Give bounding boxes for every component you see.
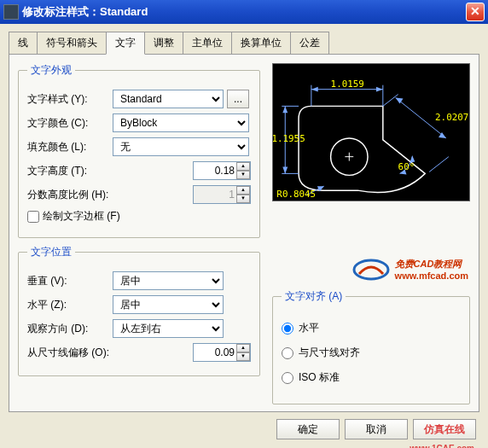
text-color-select[interactable]: ByBlock — [113, 113, 249, 132]
tab-tolerance[interactable]: 公差 — [290, 32, 329, 55]
align-legend: 文字对齐 (A) — [282, 289, 346, 304]
tab-strip: 线 符号和箭头 文字 调整 主单位 换算单位 公差 — [9, 31, 479, 54]
svg-marker-10 — [282, 166, 288, 173]
tab-primary-units[interactable]: 主单位 — [183, 32, 232, 55]
dim-label: 2.0207 — [435, 112, 468, 123]
title-bar: 修改标注样式：Standard ✕ — [0, 0, 488, 24]
style-label: 文字样式 (Y): — [27, 92, 113, 107]
offset-spinner[interactable]: ▲▼ — [193, 343, 251, 362]
svg-point-22 — [354, 260, 388, 279]
spinner-up-icon[interactable]: ▲ — [236, 162, 250, 171]
tab-lines[interactable]: 线 — [9, 32, 38, 55]
cancel-button[interactable]: 取消 — [345, 419, 408, 439]
text-position-group: 文字位置 垂直 (V): 居中 水平 (Z): 居中 观察方向 (D): 从左到… — [18, 245, 260, 376]
dim-label: 1.0159 — [331, 79, 364, 90]
tab-fit[interactable]: 调整 — [144, 32, 183, 55]
align-opt1: 水平 — [299, 321, 319, 335]
view-direction-select[interactable]: 从左到右 — [113, 319, 224, 338]
frame-label: 绘制文字边框 (F) — [43, 209, 128, 224]
spinner-down-icon[interactable]: ▼ — [236, 171, 250, 179]
svg-marker-4 — [311, 87, 318, 92]
dim-label: 60° — [398, 161, 415, 172]
text-appearance-group: 文字外观 文字样式 (Y): Standard ... 文字颜色 (C): By… — [18, 63, 260, 238]
fraction-height-spinner: ▲▼ — [193, 185, 251, 204]
horizontal-label: 水平 (Z): — [27, 298, 113, 312]
dim-label: R0.8045 — [276, 189, 316, 200]
spinner-down-icon: ▼ — [236, 195, 250, 203]
watermark-url: www.mfcad.com — [395, 271, 468, 281]
preview-panel: 1.0159 1.1955 2.0207 60° R0.8045 — [272, 63, 470, 201]
tab-panel: 文字外观 文字样式 (Y): Standard ... 文字颜色 (C): By… — [9, 54, 479, 412]
vertical-select[interactable]: 居中 — [113, 271, 224, 290]
align-iso-radio[interactable] — [282, 372, 293, 384]
align-opt3: ISO 标准 — [299, 370, 340, 385]
close-button[interactable]: ✕ — [466, 3, 485, 21]
ok-button[interactable]: 确定 — [276, 419, 340, 439]
draw-frame-checkbox[interactable] — [27, 211, 39, 223]
align-dimline-radio[interactable] — [282, 347, 293, 359]
appearance-legend: 文字外观 — [27, 63, 75, 78]
height-label: 文字高度 (T): — [27, 164, 113, 178]
svg-line-16 — [383, 95, 398, 107]
fraction-label: 分数高度比例 (H): — [27, 188, 121, 202]
svg-marker-5 — [376, 87, 383, 92]
content-area: 线 符号和箭头 文字 调整 主单位 换算单位 公差 文字外观 文字样式 (Y):… — [0, 24, 488, 419]
watermark: 免费CAD教程网 www.mfcad.com — [352, 258, 468, 281]
position-legend: 文字位置 — [27, 245, 75, 259]
watermark-logo-icon — [352, 259, 390, 281]
spinner-up-icon[interactable]: ▲ — [236, 344, 250, 352]
vertical-label: 垂直 (V): — [27, 274, 113, 288]
text-align-group: 文字对齐 (A) 水平 与尺寸线对齐 ISO 标准 — [272, 289, 470, 404]
tab-symbols[interactable]: 符号和箭头 — [37, 32, 107, 55]
dim-label: 1.1955 — [273, 133, 305, 144]
watermark-text: 免费CAD教程网 — [395, 258, 468, 271]
svg-line-17 — [429, 157, 449, 172]
offset-label: 从尺寸线偏移 (O): — [27, 346, 121, 360]
tab-alt-units[interactable]: 换算单位 — [231, 32, 291, 55]
spinner-up-icon: ▲ — [236, 186, 250, 195]
spinner-down-icon[interactable]: ▼ — [236, 352, 250, 361]
help-button[interactable]: 仿真在线 — [413, 419, 476, 439]
text-height-spinner[interactable]: ▲▼ — [193, 161, 251, 180]
window-title: 修改标注样式：Standard — [22, 4, 466, 20]
svg-marker-9 — [282, 106, 288, 113]
text-style-select[interactable]: Standard — [113, 90, 224, 108]
fill-label: 填充颜色 (L): — [27, 140, 113, 154]
tab-text[interactable]: 文字 — [106, 32, 145, 55]
view-label: 观察方向 (D): — [27, 322, 113, 336]
horizontal-select[interactable]: 居中 — [113, 295, 224, 314]
fill-color-select[interactable]: 无 — [113, 137, 249, 156]
dialog-footer: 确定 取消 仿真在线 — [276, 419, 476, 439]
bottom-watermark-url: www.1CAE.com — [410, 444, 474, 448]
color-label: 文字颜色 (C): — [27, 116, 113, 131]
align-horizontal-radio[interactable] — [282, 323, 293, 335]
style-browse-button[interactable]: ... — [227, 90, 249, 108]
align-opt2: 与尺寸线对齐 — [299, 346, 360, 360]
app-icon — [3, 4, 19, 20]
